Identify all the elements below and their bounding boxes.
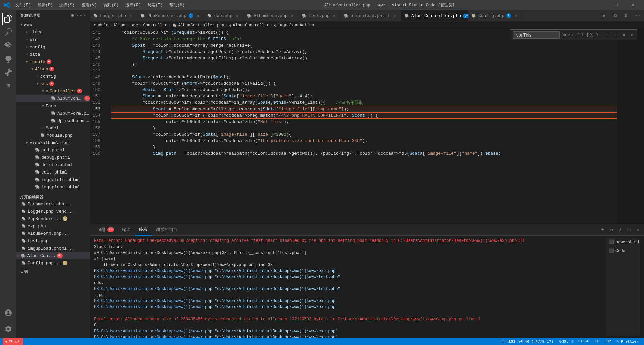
status-spaces[interactable]: 空格: 4 bbox=[556, 338, 576, 345]
run-button[interactable]: ▶ bbox=[600, 11, 609, 20]
tree-item-delete[interactable]: 🐘 delete.phtml bbox=[16, 161, 90, 168]
status-formatter[interactable]: ✎ Prettier bbox=[614, 338, 641, 345]
tab-exp[interactable]: 🐘 exp.php ✕ bbox=[204, 10, 244, 22]
tree-item-add[interactable]: 🐘 add.phtml bbox=[16, 146, 90, 154]
open-logger[interactable]: 🐘 Logger.php vend... bbox=[16, 208, 90, 215]
tree-item-imgupload[interactable]: 🐘 imgupload.phtml bbox=[16, 183, 90, 191]
menu-edit[interactable]: 编辑(E) bbox=[35, 2, 56, 9]
activity-debug[interactable] bbox=[2, 53, 14, 65]
panel-maximize-button[interactable]: □ bbox=[625, 226, 633, 233]
tab-config-close[interactable]: ✕ bbox=[513, 13, 518, 18]
tree-item-uploadform[interactable]: 🐘 UploadForm.php bbox=[16, 117, 90, 124]
activity-explorer[interactable] bbox=[2, 13, 14, 25]
panel-tab-output[interactable]: 输出 bbox=[118, 224, 135, 236]
tab-exp-close[interactable]: ✕ bbox=[234, 13, 240, 18]
panel-close-button[interactable]: ✕ bbox=[634, 226, 641, 233]
find-close-button[interactable]: ✕ bbox=[629, 31, 634, 39]
more-actions-icon[interactable]: ··· bbox=[76, 13, 86, 18]
status-errors[interactable]: ⊗ 20 ⚠ 0 bbox=[3, 338, 23, 345]
tree-item-edit[interactable]: 🐘 edit.phtml bbox=[16, 168, 90, 176]
open-albumform[interactable]: 🐘 AlbumForm.php... bbox=[16, 230, 90, 237]
tree-item-album-config[interactable]: › config bbox=[16, 73, 90, 80]
find-case-sensitive[interactable]: Aa bbox=[561, 31, 567, 39]
find-expand-button[interactable]: ≡ bbox=[620, 31, 628, 39]
status-line-ending[interactable]: LF bbox=[592, 338, 602, 345]
tab-imgupload-close[interactable]: ✕ bbox=[392, 13, 397, 18]
menu-bar[interactable]: 文件(F) 编辑(E) 选择(S) 查看(V) 转到(G) 运行(R) 终端(T… bbox=[13, 2, 187, 9]
panel-tab-debug-console[interactable]: 调试控制台 bbox=[152, 224, 181, 236]
open-config[interactable]: 🐘 Config.php... 7 bbox=[16, 259, 90, 267]
tree-item-albumcontroller[interactable]: 🐘 AlbumCont... 9+ bbox=[16, 95, 90, 102]
activity-git[interactable] bbox=[2, 40, 14, 52]
menu-goto[interactable]: 转到(G) bbox=[101, 2, 121, 9]
breadcrumb-src[interactable]: src bbox=[131, 23, 138, 28]
panel-split-button[interactable]: ⊡ bbox=[608, 226, 615, 233]
tree-item-src[interactable]: ▼ src ● bbox=[16, 80, 90, 87]
activity-account[interactable] bbox=[2, 307, 14, 319]
tree-item-model[interactable]: › Model bbox=[16, 124, 90, 132]
tab-imgupload[interactable]: 🐘 imgupload.phtml ✕ bbox=[341, 10, 401, 22]
menu-file[interactable]: 文件(F) bbox=[13, 2, 34, 9]
breadcrumb-method[interactable]: ⚙ imguploadAction bbox=[274, 23, 314, 28]
open-parameters[interactable]: 🐘 Parameters.php... bbox=[16, 200, 90, 208]
code-content[interactable]: "color:#c586c0">if ($request->isPost()) … bbox=[108, 29, 617, 224]
find-regex[interactable]: .* bbox=[574, 31, 580, 39]
status-language[interactable]: PHP bbox=[602, 338, 614, 345]
tab-test-close[interactable]: ✕ bbox=[332, 13, 337, 18]
panel-tab-terminal[interactable]: 终端 bbox=[135, 224, 152, 236]
panel-minimize-button[interactable]: ∧ bbox=[616, 226, 624, 233]
activity-extensions[interactable] bbox=[2, 66, 14, 78]
tab-logger-close[interactable]: ✕ bbox=[128, 13, 133, 18]
open-imgupload[interactable]: 🐘 imgupload.phtml... bbox=[16, 245, 90, 252]
tree-item-debug[interactable]: 🐘 debug.phtml bbox=[16, 154, 90, 161]
tree-item-data[interactable]: › data bbox=[16, 51, 90, 58]
activity-settings[interactable] bbox=[2, 323, 14, 335]
find-whole-word[interactable]: ab bbox=[568, 31, 573, 39]
maximize-button[interactable]: □ bbox=[608, 0, 624, 10]
terminal-output[interactable]: Fatal error: Uncaught UnexpectedValueExc… bbox=[94, 238, 604, 336]
tab-logger[interactable]: 🐘 Logger.php ✕ bbox=[90, 10, 137, 22]
status-line-col[interactable]: 行 153，列 46 (已选择 17) bbox=[500, 338, 556, 345]
panel-tab-problems[interactable]: 问题 20 bbox=[93, 224, 118, 236]
menu-terminal[interactable]: 终端(T) bbox=[145, 2, 166, 9]
activity-remote[interactable]: ⊞ bbox=[2, 80, 14, 92]
tree-item-bin[interactable]: › bin bbox=[16, 36, 90, 43]
tree-item-www[interactable]: ▼ www bbox=[16, 21, 90, 28]
more-tabs-button[interactable]: ··· bbox=[632, 11, 641, 20]
close-albumcontroller-icon[interactable]: ✕ bbox=[17, 254, 20, 258]
breadcrumb-module[interactable]: module bbox=[94, 23, 108, 28]
tab-albumform[interactable]: 🐘 AlbumForm.php ✕ bbox=[244, 10, 299, 22]
open-exp[interactable]: 🐘 exp.php bbox=[16, 222, 90, 230]
close-button[interactable]: ✕ bbox=[625, 0, 641, 10]
open-test[interactable]: 🐘 test.php bbox=[16, 237, 90, 245]
tree-item-modulephp[interactable]: 🐘 Module.php bbox=[16, 132, 90, 139]
tab-albumform-close[interactable]: ✕ bbox=[289, 13, 295, 18]
terminal-code[interactable]: ⬛ Code bbox=[606, 247, 640, 255]
tree-item-config[interactable]: › config bbox=[16, 43, 90, 51]
menu-help[interactable]: 帮助(H) bbox=[167, 2, 187, 9]
split-editor-button[interactable]: ⧉ bbox=[610, 11, 620, 20]
tree-item-controller[interactable]: ▼ ⚙ Controller ● bbox=[16, 87, 90, 95]
tree-item-albumform[interactable]: 🐘 AlbumForm.php bbox=[16, 110, 90, 117]
breadcrumb-file[interactable]: 🐘 AlbumController.php bbox=[172, 23, 224, 28]
tab-test[interactable]: 🐘 test.php ✕ bbox=[299, 10, 340, 22]
menu-view[interactable]: 查看(V) bbox=[79, 2, 100, 9]
menu-run[interactable]: 运行(R) bbox=[123, 2, 144, 9]
menu-select[interactable]: 选择(S) bbox=[57, 2, 77, 9]
find-input[interactable] bbox=[513, 31, 560, 39]
tree-item-idea[interactable]: › .idea bbox=[16, 28, 90, 36]
open-albumcontroller[interactable]: ✕ 🐘 AlbumCon... 9+ bbox=[16, 252, 90, 259]
find-prev-button[interactable]: ↑ bbox=[604, 31, 611, 39]
tab-phprenderer-close[interactable]: ✕ bbox=[195, 13, 200, 18]
activity-search[interactable] bbox=[2, 26, 14, 38]
breadcrumb-class[interactable]: ⚙ AlbumController bbox=[229, 23, 269, 28]
new-file-icon[interactable]: ⊕ bbox=[71, 13, 74, 18]
terminal-powershell[interactable]: ⬛ powershell bbox=[606, 238, 640, 247]
tree-item-module[interactable]: ▼ module ● bbox=[16, 58, 90, 65]
tree-item-album[interactable]: ▼ Album ● bbox=[16, 65, 90, 73]
tree-item-form[interactable]: ▼ Form bbox=[16, 102, 90, 110]
status-encoding[interactable]: UTF-8 bbox=[576, 338, 592, 345]
find-next-button[interactable]: ↓ bbox=[612, 31, 620, 39]
tab-phprenderer[interactable]: 🐘 PhpRenderer.php 1 ✕ bbox=[137, 10, 204, 22]
breadcrumb-album[interactable]: Album bbox=[113, 23, 125, 28]
